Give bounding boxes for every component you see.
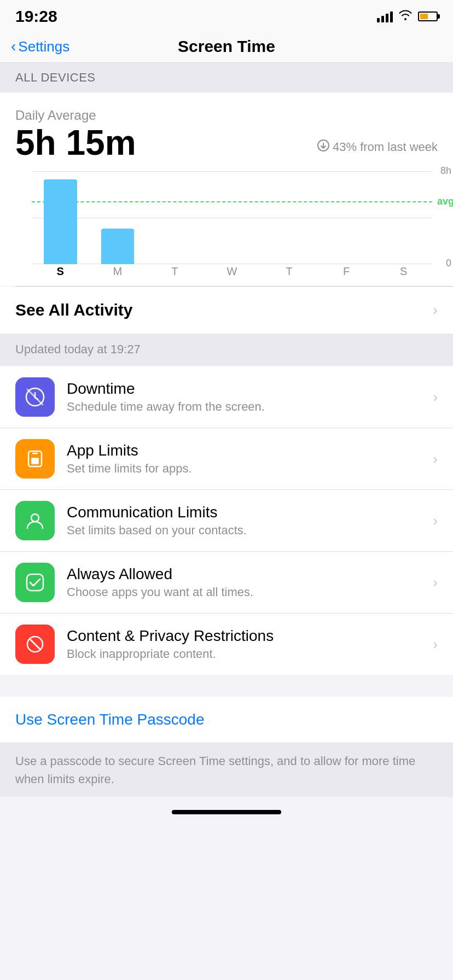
status-time: 19:28 [15, 7, 57, 26]
bar-col-1 [89, 229, 147, 264]
app-limits-text: App Limits Set time limits for apps. [67, 442, 433, 476]
downtime-icon [15, 377, 55, 417]
day-label-3: W [204, 265, 261, 281]
day-label-4: T [260, 265, 318, 281]
see-all-activity-row[interactable]: See All Activity › [0, 287, 453, 334]
down-arrow-icon [317, 139, 329, 155]
battery-icon [418, 11, 438, 21]
passcode-section: Use Screen Time Passcode Use a passcode … [0, 697, 453, 797]
svg-rect-5 [27, 574, 43, 591]
comm-limits-icon [15, 501, 55, 540]
always-allowed-subtitle: Choose apps you want at all times. [67, 585, 433, 599]
update-notice: Updated today at 19:27 [0, 334, 453, 365]
back-label: Settings [18, 38, 69, 55]
day-label-0: S [32, 265, 89, 281]
bar-0 [44, 179, 77, 264]
daily-average-row: 5h 15m 43% from last week [15, 125, 438, 160]
avg-label: avg [437, 196, 453, 207]
content-privacy-chevron-icon: › [433, 636, 438, 653]
content-privacy-icon [15, 625, 55, 664]
app-limits-title: App Limits [67, 442, 433, 459]
section-header: ALL DEVICES [0, 63, 453, 92]
wifi-icon [398, 9, 413, 24]
downtime-item[interactable]: Downtime Schedule time away from the scr… [0, 366, 453, 428]
svg-rect-3 [31, 458, 39, 464]
day-labels: S M T W T F S [32, 265, 432, 281]
bar-chart: 8h 0 avg [15, 171, 438, 281]
back-button[interactable]: ‹ Settings [11, 38, 69, 55]
downtime-subtitle: Schedule time away from the screen. [67, 400, 433, 414]
signal-bars-icon [377, 10, 393, 22]
comm-limits-title: Communication Limits [67, 504, 433, 521]
day-label-2: T [146, 265, 204, 281]
comm-limits-subtitle: Set limits based on your contacts. [67, 523, 433, 538]
always-allowed-item[interactable]: Always Allowed Choose apps you want at a… [0, 551, 453, 613]
always-allowed-text: Always Allowed Choose apps you want at a… [67, 565, 433, 599]
home-indicator [0, 802, 453, 823]
grid-label-top: 8h [440, 165, 451, 177]
weekly-change: 43% from last week [317, 139, 438, 155]
downtime-text: Downtime Schedule time away from the scr… [67, 380, 433, 414]
chart-section: Daily Average 5h 15m 43% from last week … [0, 92, 453, 286]
menu-section: Downtime Schedule time away from the scr… [0, 366, 453, 675]
downtime-title: Downtime [67, 380, 433, 398]
comm-limits-item[interactable]: Communication Limits Set limits based on… [0, 489, 453, 551]
page-title: Screen Time [178, 37, 275, 56]
see-all-label: See All Activity [15, 301, 133, 319]
comm-limits-text: Communication Limits Set limits based on… [67, 504, 433, 538]
passcode-button[interactable]: Use Screen Time Passcode [0, 697, 453, 743]
daily-average-time: 5h 15m [15, 125, 136, 160]
always-allowed-title: Always Allowed [67, 565, 433, 583]
downtime-chevron-icon: › [433, 389, 438, 406]
nav-bar: ‹ Settings Screen Time [0, 31, 453, 63]
comm-limits-chevron-icon: › [433, 512, 438, 529]
battery-fill [420, 14, 428, 19]
day-label-6: S [375, 265, 432, 281]
day-label-5: F [318, 265, 375, 281]
content-privacy-text: Content & Privacy Restrictions Block ina… [67, 627, 433, 661]
bar-col-0 [32, 179, 89, 264]
status-bar: 19:28 [0, 0, 453, 31]
passcode-description: Use a passcode to secure Screen Time set… [0, 743, 453, 797]
app-limits-subtitle: Set time limits for apps. [67, 462, 433, 476]
app-limits-chevron-icon: › [433, 451, 438, 468]
weekly-change-text: 43% from last week [333, 140, 438, 154]
bar-1 [101, 229, 135, 264]
see-all-chevron-icon: › [433, 301, 438, 319]
content-privacy-subtitle: Block inappropriate content. [67, 647, 433, 661]
svg-point-4 [31, 514, 39, 522]
status-icons [377, 9, 438, 24]
bars-area [32, 171, 432, 264]
always-allowed-icon [15, 563, 55, 602]
content-privacy-item[interactable]: Content & Privacy Restrictions Block ina… [0, 613, 453, 675]
app-limits-icon [15, 439, 55, 479]
back-chevron-icon: ‹ [11, 39, 16, 54]
content-privacy-title: Content & Privacy Restrictions [67, 627, 433, 645]
always-allowed-chevron-icon: › [433, 574, 438, 591]
daily-average-label: Daily Average [15, 108, 438, 123]
app-limits-item[interactable]: App Limits Set time limits for apps. › [0, 428, 453, 489]
grid-label-bot: 0 [446, 258, 451, 269]
home-bar [172, 810, 281, 814]
day-label-1: M [89, 265, 147, 281]
